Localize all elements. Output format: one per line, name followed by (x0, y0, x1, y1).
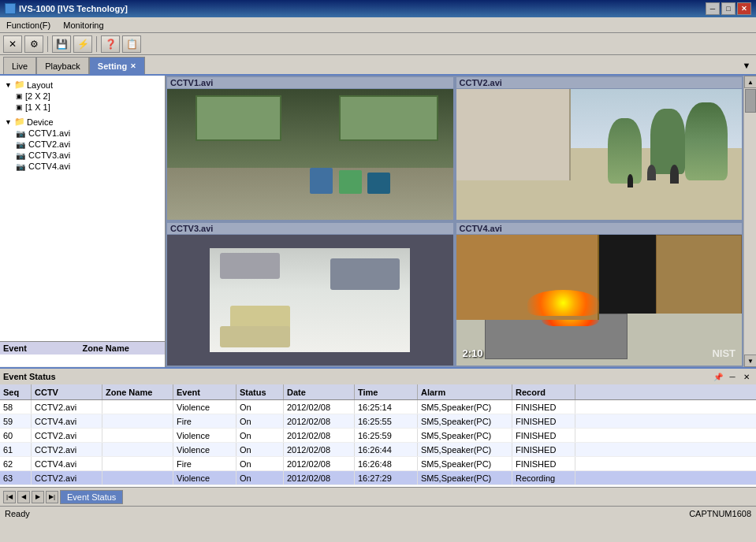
cell-date: 2012/02/08 (284, 443, 355, 456)
cell-zone (102, 414, 173, 428)
nav-next-btn[interactable]: ▶ (32, 491, 44, 503)
toolbar-settings-btn[interactable]: ⚙ (24, 35, 43, 53)
cell-cctv: CCTV4.avi (32, 414, 102, 428)
cell-cctv: CCTV2.avi (32, 429, 102, 442)
minimize-button[interactable]: ─ (706, 2, 720, 15)
tree-layout-2x2[interactable]: ▣ [2 X 2] (3, 91, 162, 102)
cell-status: On (236, 414, 284, 428)
layout-2x2-icon: ▣ (16, 92, 24, 100)
toolbar-clipboard-btn[interactable]: 📋 (122, 35, 141, 53)
cell-cctv: CCTV2.avi (32, 400, 102, 414)
event-table-row[interactable]: 61 CCTV2.avi Violence On 2012/02/08 16:2… (0, 443, 756, 457)
close-button[interactable]: ✕ (737, 2, 751, 15)
status-right-text: CAPTNUM1608 (689, 509, 751, 518)
es-close-icon[interactable]: ✕ (740, 370, 753, 383)
cam3-video[interactable] (167, 235, 453, 366)
device-folder-icon: 📁 (14, 117, 25, 127)
col-header-date: Date (284, 384, 355, 399)
tree-area: ▼ 📁 Layout ▣ [2 X 2] ▣ [1 X 1] ▼ 📁 Devic… (0, 76, 165, 341)
cam4-video[interactable]: 2:10 NIST (456, 235, 743, 366)
col-header-alarm: Alarm (418, 384, 512, 399)
cam1-video[interactable] (167, 89, 453, 220)
event-table-row[interactable]: 58 CCTV2.avi Violence On 2012/02/08 16:2… (0, 400, 756, 414)
nav-prev-btn[interactable]: ◀ (17, 491, 30, 503)
cell-seq: 63 (0, 471, 32, 484)
cell-alarm: SM5,Speaker(PC) (418, 471, 512, 484)
col-header-time: Time (355, 384, 418, 399)
cell-event: Violence (173, 429, 236, 442)
toolbar-close-btn[interactable]: ✕ (3, 35, 22, 53)
event-table-row[interactable]: 62 CCTV4.avi Fire On 2012/02/08 16:26:48… (0, 457, 756, 471)
cell-seq: 61 (0, 443, 32, 456)
cam-cell-2: CCTV2.avi (455, 76, 744, 221)
bottom-tab-event-status[interactable]: Event Status (60, 490, 123, 504)
event-table-row[interactable]: 60 CCTV2.avi Violence On 2012/02/08 16:2… (0, 429, 756, 443)
bottom-tab-bar: |◀ ◀ ▶ ▶| Event Status (0, 487, 756, 506)
cell-alarm: SM5,Speaker(PC) (418, 443, 512, 456)
device-expand-icon: ▼ (5, 118, 13, 126)
left-event-row (0, 355, 165, 367)
window-title: IVS-1000 [IVS Technology] (19, 4, 128, 13)
scroll-up-btn[interactable]: ▲ (744, 76, 756, 88)
left-panel: ▼ 📁 Layout ▣ [2 X 2] ▣ [1 X 1] ▼ 📁 Devic… (0, 76, 166, 367)
cctv4-icon: 📷 (16, 162, 27, 171)
scroll-thumb[interactable] (745, 89, 756, 113)
cell-date: 2012/02/08 (284, 457, 355, 470)
cell-zone (102, 471, 173, 484)
cam2-video[interactable] (456, 89, 743, 220)
tree-cctv3[interactable]: 📷 CCTV3.avi (3, 150, 162, 161)
cell-event: Violence (173, 443, 236, 456)
cell-seq: 60 (0, 429, 32, 442)
cctv3-icon: 📷 (16, 151, 27, 160)
scroll-track (744, 88, 756, 355)
event-status-icons: 📌 ─ ✕ (712, 370, 753, 383)
toolbar-sep2 (96, 36, 97, 52)
menu-bar: Function(F) Monitoring (0, 17, 756, 33)
cell-record: FINISHED (512, 429, 575, 442)
scroll-down-btn[interactable]: ▼ (744, 355, 756, 367)
col-header-status: Status (236, 384, 284, 399)
event-table-row[interactable]: 63 CCTV2.avi Violence On 2012/02/08 16:2… (0, 471, 756, 485)
cell-zone (102, 443, 173, 456)
tree-device-root[interactable]: ▼ 📁 Device (3, 116, 162, 128)
tab-playback[interactable]: Playback (36, 57, 89, 74)
col-header-seq: Seq (0, 384, 32, 399)
toolbar-help-btn[interactable]: ❓ (101, 35, 120, 53)
nav-first-btn[interactable]: |◀ (3, 491, 16, 503)
tree-layout-1x1[interactable]: ▣ [1 X 1] (3, 102, 162, 113)
menu-monitoring[interactable]: Monitoring (60, 20, 106, 31)
toolbar-connect-btn[interactable]: ⚡ (73, 35, 92, 53)
cell-date: 2012/02/08 (284, 471, 355, 484)
cell-zone (102, 429, 173, 442)
maximize-button[interactable]: □ (721, 2, 736, 15)
cell-date: 2012/02/08 (284, 400, 355, 414)
camera-grid: CCTV1.avi CCTV2.avi (166, 76, 743, 367)
left-event-header: Event Zone Name (0, 341, 165, 355)
tree-cctv4[interactable]: 📷 CCTV4.avi (3, 161, 162, 172)
tree-cctv2[interactable]: 📷 CCTV2.avi (3, 139, 162, 150)
cell-event: Violence (173, 471, 236, 484)
tree-layout-root[interactable]: ▼ 📁 Layout (3, 79, 162, 91)
es-pin-icon[interactable]: 📌 (712, 370, 724, 383)
cell-time: 16:26:44 (355, 443, 418, 456)
toolbar-save-btn[interactable]: 💾 (52, 35, 71, 53)
cam4-timer: 2:10 (463, 347, 483, 359)
event-table-row[interactable]: 59 CCTV4.avi Fire On 2012/02/08 16:25:55… (0, 414, 756, 429)
title-bar-buttons: ─ □ ✕ (706, 2, 751, 15)
event-table-header: Seq CCTV Zone Name Event Status Date Tim… (0, 384, 756, 400)
tree-cctv1[interactable]: 📷 CCTV1.avi (3, 128, 162, 139)
camera-scrollbar: ▲ ▼ (743, 76, 756, 367)
menu-function[interactable]: Function(F) (3, 20, 54, 31)
tab-setting-close[interactable]: ✕ (130, 62, 136, 70)
tab-setting[interactable]: Setting ✕ (89, 57, 145, 74)
tab-bar: Live Playback Setting ✕ ▼ (0, 55, 756, 76)
event-status-bar: Event Status 📌 ─ ✕ (0, 367, 756, 384)
cell-seq: 58 (0, 400, 32, 414)
cam3-title: CCTV3.avi (167, 223, 453, 235)
cell-status: On (236, 457, 284, 470)
tab-dropdown[interactable]: ▼ (740, 57, 753, 74)
tab-live[interactable]: Live (3, 57, 36, 74)
es-minimize-icon[interactable]: ─ (726, 370, 739, 383)
nav-last-btn[interactable]: ▶| (46, 491, 58, 503)
cam4-logo: NIST (712, 347, 736, 359)
